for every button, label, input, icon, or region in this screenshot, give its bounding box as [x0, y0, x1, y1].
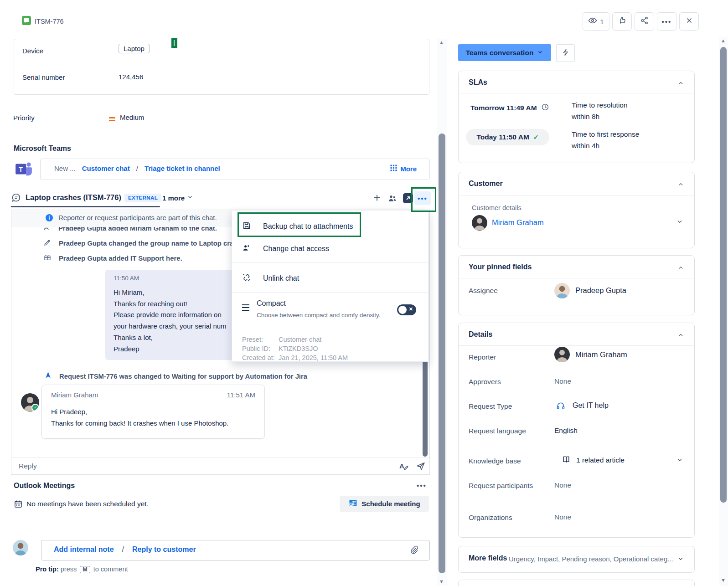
- scroll-up-icon[interactable]: ▲: [439, 40, 444, 45]
- breadcrumb[interactable]: ITSM-776: [22, 16, 64, 27]
- pinned-fields-title: Your pinned fields: [469, 263, 532, 271]
- device-label: Device: [22, 47, 43, 55]
- thumbs-up-icon: [618, 16, 627, 27]
- chevron-up-icon[interactable]: [677, 80, 684, 88]
- calendar-icon: [14, 499, 23, 510]
- compact-description: Choose between compact and comfy density…: [257, 312, 380, 319]
- menu-item-change-access[interactable]: Change chat access: [242, 243, 329, 254]
- scroll-down-icon[interactable]: ▼: [721, 578, 726, 583]
- more-fields-title: More fields: [469, 554, 507, 562]
- serial-label: Serial number: [22, 73, 65, 81]
- share-button[interactable]: [635, 12, 654, 31]
- sla-metric: Time to resolution: [572, 99, 628, 111]
- message-line: Pradeep: [114, 344, 227, 355]
- organizations-value[interactable]: None: [554, 513, 571, 521]
- main-scrollbar-thumb[interactable]: [439, 134, 445, 573]
- close-icon: [685, 16, 693, 26]
- send-icon[interactable]: [416, 461, 426, 473]
- request-participants-value[interactable]: None: [554, 481, 571, 489]
- density-icon: [241, 304, 250, 313]
- scroll-up-icon[interactable]: ▲: [721, 38, 726, 43]
- system-message-row: Pradeep Gupta changed the group name to …: [43, 238, 241, 248]
- chat-options-button[interactable]: •••: [414, 191, 431, 205]
- sla-target: within 4h: [572, 140, 639, 151]
- schedule-meeting-button[interactable]: Schedule meeting: [340, 496, 429, 512]
- request-type-value[interactable]: Get IT help: [573, 401, 609, 410]
- more-actions-button[interactable]: •••: [657, 12, 676, 31]
- people-add-icon: [242, 243, 251, 254]
- annotation-cursor-mark: [171, 38, 177, 48]
- avatar: [554, 347, 570, 362]
- reply-to-customer-link[interactable]: Reply to customer: [132, 545, 196, 554]
- teams-more-button[interactable]: More: [390, 164, 417, 173]
- customer-details-label: Customer details: [472, 204, 521, 211]
- svg-text:T: T: [19, 166, 23, 173]
- watchers-button[interactable]: 1: [583, 12, 609, 31]
- outlook-more-button[interactable]: •••: [417, 482, 427, 489]
- issue-view: ITSM-776 1 ••• Device Laptop Serial numb…: [0, 0, 728, 586]
- outlook-section-title: Outlook Meetings: [14, 482, 75, 490]
- open-in-teams-button[interactable]: [403, 193, 413, 205]
- reply-input[interactable]: Reply: [19, 462, 37, 470]
- knowledge-base-value[interactable]: 1 related article: [576, 456, 625, 464]
- compact-toggle[interactable]: ✕: [397, 304, 416, 315]
- menu-item-unlink-chat[interactable]: Unlink chat: [242, 273, 299, 284]
- more-fields-card[interactable]: More fields Urgency, Impact, Pending rea…: [458, 546, 695, 573]
- like-button[interactable]: [612, 12, 632, 31]
- pro-tip-suffix: to comment: [93, 565, 128, 573]
- scroll-down-icon[interactable]: ▼: [439, 579, 444, 584]
- ms-teams-logo-icon: T: [14, 159, 33, 180]
- sidebar-scrollbar[interactable]: ▲ ▼: [719, 36, 728, 586]
- teams-link-separator: /: [136, 164, 138, 172]
- message-line: Thanks a lot,: [114, 332, 227, 344]
- book-icon: [562, 455, 571, 466]
- message-line: your hardware crash, your serial num: [114, 321, 227, 332]
- presence-available-icon: ✓: [31, 404, 39, 411]
- menu-item-backup-chat[interactable]: Backup chat to attachments: [242, 221, 353, 232]
- sidebar-scrollbar-thumb[interactable]: [720, 47, 727, 503]
- priority-value[interactable]: Medium: [120, 113, 144, 121]
- add-internal-note-link[interactable]: Add internal note: [54, 545, 114, 554]
- request-language-value[interactable]: English: [554, 427, 578, 435]
- chevron-up-icon[interactable]: [677, 181, 684, 190]
- reporter-value[interactable]: Miriam Graham: [575, 350, 627, 359]
- more-tabs-dropdown[interactable]: 1 more: [162, 194, 193, 202]
- team-added-icon: [43, 253, 52, 263]
- customer-name-link[interactable]: Miriam Graham: [492, 218, 544, 227]
- teams-connector-bar: New ... Customer chat / Triage ticket in…: [40, 159, 430, 180]
- comment-box[interactable]: Add internal note / Reply to customer: [41, 540, 430, 560]
- priority-label: Priority: [13, 114, 35, 122]
- chevron-down-icon[interactable]: [676, 218, 683, 227]
- eye-icon: [588, 16, 597, 27]
- main-scrollbar[interactable]: ▲ ▼: [437, 39, 447, 586]
- chat-add-button[interactable]: [372, 193, 382, 205]
- chevron-up-icon[interactable]: [677, 332, 684, 340]
- chat-members-button[interactable]: [387, 194, 397, 205]
- sla-metric: Time to first response: [572, 129, 639, 140]
- ticket-id[interactable]: ITSM-776: [35, 18, 64, 25]
- chat-options-menu: Backup chat to attachments Change chat a…: [232, 210, 429, 362]
- sla-target: within 8h: [572, 111, 628, 122]
- message-line: Thanks for coming back! It crashes when …: [51, 417, 228, 429]
- created-at-label: Created at:: [242, 353, 279, 362]
- chevron-down-icon[interactable]: [677, 555, 684, 564]
- assignee-value[interactable]: Pradeep Gupta: [575, 286, 626, 295]
- share-icon: [640, 16, 649, 27]
- text-format-icon[interactable]: A: [398, 461, 409, 473]
- paperclip-icon[interactable]: [409, 545, 418, 556]
- triage-ticket-link[interactable]: Triage ticket in channel: [145, 164, 220, 172]
- keyboard-key-m: M: [80, 566, 90, 573]
- chevron-down-icon[interactable]: [676, 456, 683, 465]
- chevron-down-icon: [187, 194, 193, 202]
- device-value-chip[interactable]: Laptop: [119, 44, 150, 53]
- message-line: Hi Miriam,: [114, 287, 227, 298]
- approvers-value[interactable]: None: [554, 377, 571, 386]
- close-button[interactable]: [679, 12, 699, 31]
- teams-conversation-dropdown[interactable]: Teams conversation: [458, 44, 551, 61]
- chevron-up-icon[interactable]: [677, 264, 684, 273]
- chat-tab-title[interactable]: Laptop crashes (ITSM-776): [26, 193, 121, 202]
- automation-rules-button[interactable]: [556, 44, 575, 62]
- customer-chat-link[interactable]: Customer chat: [82, 164, 130, 172]
- serial-value[interactable]: 124,456: [119, 73, 143, 81]
- next-card-partial: [458, 580, 695, 586]
